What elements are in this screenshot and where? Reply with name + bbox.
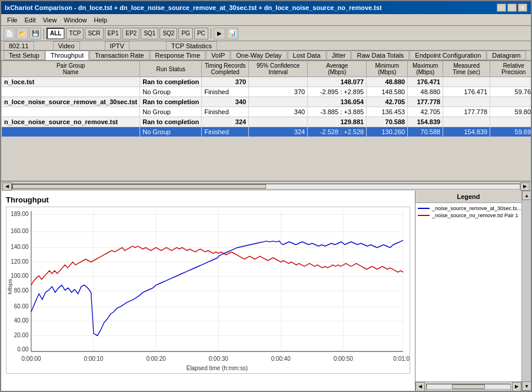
tab-one-way-delay[interactable]: One-Way Delay xyxy=(231,51,287,60)
tab-transaction-rate[interactable]: Transaction Rate xyxy=(89,51,149,60)
minimize-button[interactable]: ─ xyxy=(497,4,506,12)
tab-endpoint[interactable]: Endpoint Configuration xyxy=(410,51,486,60)
svg-text:140.00: 140.00 xyxy=(11,243,29,251)
hscroll-track[interactable] xyxy=(12,184,520,190)
table-cell-group: No Group xyxy=(140,107,202,117)
tab-group-iptv[interactable]: IPTV xyxy=(105,41,129,50)
svg-text:0:01:00: 0:01:00 xyxy=(393,355,410,363)
table-cell-avg: 136.054 xyxy=(308,97,367,107)
tab-raw-data[interactable]: Raw Data Totals xyxy=(351,51,409,60)
table-cell-time: 59.696 xyxy=(490,127,531,137)
tab-throughput[interactable]: Throughput xyxy=(45,51,89,60)
window-title: IxChariot Comparison - dn_loce.tst + dn_… xyxy=(5,4,382,11)
vscroll-track[interactable] xyxy=(522,200,531,381)
tab-group-video[interactable]: Video xyxy=(53,41,80,50)
maximize-button[interactable]: □ xyxy=(507,4,517,12)
table-cell-max: 177.778 xyxy=(408,97,443,107)
data-table: Pair GroupName Run Status Timing Records… xyxy=(1,61,531,137)
tab-row-top: 802.11 Video IPTV TCP Statistics xyxy=(1,41,531,51)
legend-scroll-right[interactable]: ▶ xyxy=(512,382,521,391)
toolbar-new[interactable]: 📄 xyxy=(4,28,15,39)
toolbar-sq1[interactable]: SQ1 xyxy=(141,28,158,39)
h-scrollbar[interactable]: ◀ ▶ xyxy=(1,181,531,191)
vscroll-up[interactable]: ▲ xyxy=(522,191,531,200)
table-cell-max: 177.778 xyxy=(443,107,490,117)
tab-voip[interactable]: VoIP xyxy=(206,51,230,60)
menu-view[interactable]: View xyxy=(39,16,61,24)
svg-text:20.00: 20.00 xyxy=(14,331,29,338)
toolbar-play[interactable]: ▶ xyxy=(214,28,225,39)
table-cell-time: 59.801 xyxy=(490,107,531,117)
menu-help[interactable]: Help xyxy=(90,16,111,24)
tab-test-setup[interactable]: Test Setup xyxy=(4,51,45,60)
th-records: Timing RecordsCompleted xyxy=(202,61,249,77)
bottom-area: Throughput 189.00 160.00 140.00 120.00 1… xyxy=(1,191,531,391)
legend-scroll-htrack[interactable] xyxy=(426,384,511,390)
th-avg: Average(Mbps) xyxy=(308,61,367,77)
title-buttons: ─ □ ✕ xyxy=(497,4,527,12)
toolbar-open[interactable]: 📂 xyxy=(16,28,28,39)
th-max: Maximum(Mbps) xyxy=(408,61,443,77)
toolbar-sq2[interactable]: SQ2 xyxy=(159,28,177,39)
svg-text:0:00:30: 0:00:30 xyxy=(209,355,228,363)
svg-text:40.00: 40.00 xyxy=(14,317,29,324)
legend-label-1: _noise_source_remove_at_30sec.ts... xyxy=(432,205,521,211)
table-cell-status: Ran to completion xyxy=(140,97,202,107)
table-row[interactable]: No Group Finished 324 -2.528 : +2.528 13… xyxy=(2,127,531,137)
toolbar-scr[interactable]: SCR xyxy=(85,28,103,39)
tab-datagram[interactable]: Datagram xyxy=(487,51,526,60)
toolbar-pc[interactable]: PC xyxy=(194,28,208,39)
svg-text:60.00: 60.00 xyxy=(14,302,29,310)
table-cell-records: 340 xyxy=(202,97,249,107)
toolbar-ep2[interactable]: EP2 xyxy=(122,28,139,39)
menu-bar: File Edit View Window Help xyxy=(1,14,531,26)
table-cell-status: Finished xyxy=(202,107,249,117)
tab-group-tcp[interactable]: TCP Statistics xyxy=(166,41,217,50)
toolbar-ep1[interactable]: EP1 xyxy=(105,28,122,39)
close-button[interactable]: ✕ xyxy=(518,4,527,12)
tab-group-80211[interactable]: 802.11 xyxy=(4,41,34,50)
table-cell-group: No Group xyxy=(140,87,202,97)
toolbar-save[interactable]: 💾 xyxy=(29,28,41,39)
chart-svg: 189.00 160.00 140.00 120.00 100.00 80.00… xyxy=(6,207,410,373)
th-status: Run Status xyxy=(140,61,202,77)
hscroll-right[interactable]: ▶ xyxy=(520,182,530,191)
vscroll-down[interactable]: ▼ xyxy=(522,381,531,391)
tab-row-bottom: Test Setup Throughput Transaction Rate R… xyxy=(1,51,531,61)
menu-edit[interactable]: Edit xyxy=(21,16,39,24)
table-cell-confidence: -3.885 : +3.885 xyxy=(308,107,367,117)
table-scroll[interactable]: Pair GroupName Run Status Timing Records… xyxy=(1,61,531,181)
table-cell-name xyxy=(2,87,140,97)
legend-scroll-hthumb[interactable] xyxy=(452,384,486,389)
table-cell-name: n_loce_noise_source_remove_at_30sec.tst xyxy=(2,97,140,107)
toolbar-tcp[interactable]: TCP xyxy=(66,28,84,39)
toolbar-all[interactable]: ALL xyxy=(46,28,65,39)
menu-file[interactable]: File xyxy=(4,16,21,24)
toolbar-pg[interactable]: PG xyxy=(178,28,192,39)
tab-jitter[interactable]: Jitter xyxy=(327,51,351,60)
toolbar-chart[interactable]: 📊 xyxy=(227,28,238,39)
hscroll-thumb[interactable] xyxy=(12,184,266,189)
legend-line-1 xyxy=(418,208,430,209)
th-name: Pair GroupName xyxy=(2,61,140,77)
svg-text:160.00: 160.00 xyxy=(11,227,29,235)
table-area: Pair GroupName Run Status Timing Records… xyxy=(1,61,531,181)
table-row[interactable]: No Group Finished 340 -3.885 : +3.885 13… xyxy=(2,107,531,117)
tab-lost-data[interactable]: Lost Data xyxy=(288,51,326,60)
table-cell-max: 154.839 xyxy=(443,127,490,137)
legend-item-2: _noise_source_no_remove.tst Pair 1 xyxy=(418,212,521,218)
menu-window[interactable]: Window xyxy=(60,16,90,24)
table-cell-confidence xyxy=(249,117,308,127)
svg-text:100.00: 100.00 xyxy=(11,272,29,280)
tab-response-time[interactable]: Response Time xyxy=(150,51,205,60)
legend-scroll-left[interactable]: ◀ xyxy=(415,382,425,391)
table-cell-status: Ran to completion xyxy=(140,117,202,127)
table-cell-max: 154.839 xyxy=(408,117,443,127)
table-cell-min: 48.880 xyxy=(408,87,443,97)
table-row[interactable]: No Group Finished 370 -2.895 : +2.895 14… xyxy=(2,87,531,97)
table-cell-min: 70.588 xyxy=(367,117,408,127)
svg-text:0:00:20: 0:00:20 xyxy=(147,355,166,363)
table-cell-name: n_loce.tst xyxy=(2,77,140,87)
hscroll-left[interactable]: ◀ xyxy=(2,182,12,191)
table-cell-status: Finished xyxy=(202,87,249,97)
